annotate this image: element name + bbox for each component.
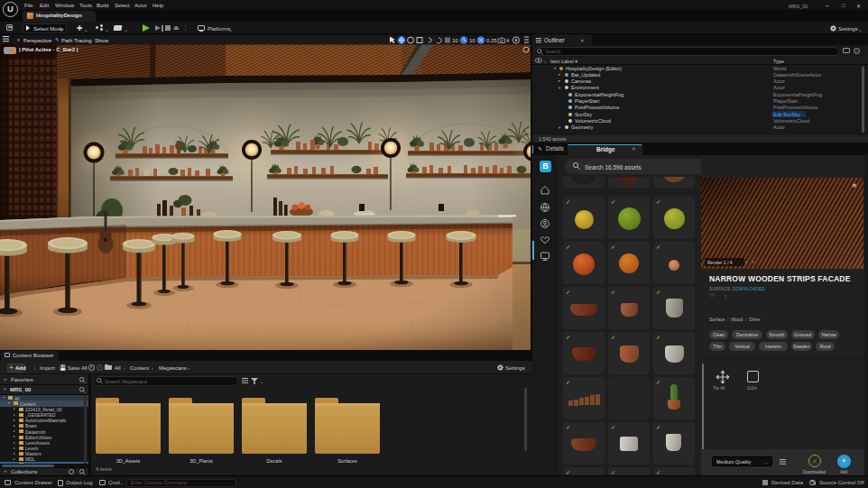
svg-text:10: 10: [469, 38, 476, 43]
svg-text:0.25: 0.25: [486, 38, 497, 43]
svg-text:4: 4: [506, 38, 510, 43]
svg-text:10: 10: [452, 38, 458, 43]
